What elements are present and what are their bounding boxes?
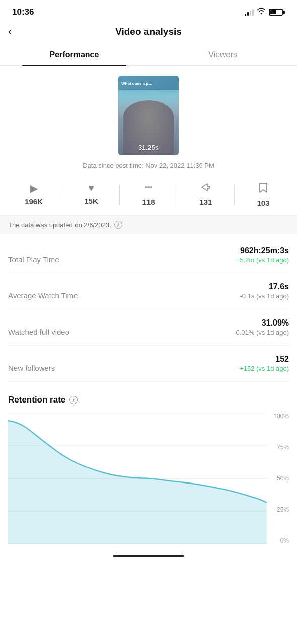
tab-viewers[interactable]: Viewers [148, 44, 297, 65]
tab-performance[interactable]: Performance [0, 44, 148, 65]
metric-label-new-followers: New followers [8, 364, 55, 372]
metric-delta-total-play-time: +5.2m (vs 1d ago) [236, 256, 289, 264]
chart-label-50: 50% [267, 475, 289, 481]
home-indicator [0, 549, 297, 561]
shares-value: 131 [199, 198, 212, 206]
signal-icon [245, 9, 254, 16]
stat-bookmarks: 103 [235, 182, 292, 207]
stat-shares: 131 [177, 182, 235, 207]
metric-value-watched-full: 31.09% [234, 318, 289, 328]
retention-title: Retention rate [8, 395, 65, 405]
tabs: Performance Viewers [0, 44, 297, 66]
status-icons [245, 8, 285, 17]
battery-icon [269, 9, 285, 16]
stats-row: ▶ 196K ♥ 15K 118 131 103 [0, 174, 297, 216]
metric-delta-new-followers: +152 (vs 1d ago) [240, 365, 289, 372]
metrics-section: Total Play Time 962h:25m:3s +5.2m (vs 1d… [0, 234, 297, 385]
home-bar [113, 555, 184, 557]
retention-section: Retention rate i 100% 75% 50% [0, 385, 297, 544]
play-icon: ▶ [30, 182, 38, 194]
svg-point-0 [145, 186, 147, 188]
svg-point-1 [147, 186, 150, 188]
metric-label-total-play-time: Total Play Time [8, 255, 59, 264]
comments-value: 118 [142, 198, 155, 206]
header: ‹ Video analysis [0, 22, 297, 44]
page-title: Video analysis [115, 26, 182, 37]
retention-chart: 100% 75% 50% 25% 0% [8, 413, 289, 544]
likes-value: 15K [84, 197, 98, 205]
chart-svg [8, 413, 267, 544]
stat-plays: ▶ 196K [5, 182, 62, 207]
wifi-icon [257, 8, 266, 17]
data-since-label: Data since post time: Nov 22, 2022 11:36… [83, 162, 214, 169]
stat-comments: 118 [120, 182, 177, 207]
plays-value: 196K [25, 197, 43, 206]
status-bar: 10:36 [0, 0, 297, 22]
update-text: The data was updated on 2/6/2023. [8, 221, 111, 229]
metric-delta-watched-full: -0.01% (vs 1d ago) [234, 329, 289, 336]
metric-value-total-play-time: 962h:25m:3s [236, 246, 289, 255]
info-icon: i [114, 221, 122, 229]
video-duration: 31.25s [118, 144, 179, 151]
chart-label-0: 0% [267, 538, 289, 544]
retention-info-icon: i [69, 396, 78, 404]
metric-total-play-time: Total Play Time 962h:25m:3s +5.2m (vs 1d… [8, 237, 289, 273]
metric-new-followers: New followers 152 +152 (vs 1d ago) [8, 346, 289, 382]
stat-likes: ♥ 15K [62, 182, 120, 207]
metric-average-watch-time: Average Watch Time 17.6s -0.1s (vs 1d ag… [8, 273, 289, 309]
comment-icon [143, 182, 154, 195]
bookmark-icon [259, 182, 268, 196]
back-button[interactable]: ‹ [8, 25, 12, 38]
bookmarks-value: 103 [257, 199, 269, 207]
share-icon [200, 182, 211, 195]
metric-label-avg-watch: Average Watch Time [8, 291, 78, 300]
metric-label-watched-full: Watched full video [8, 328, 69, 336]
chart-label-100: 100% [267, 413, 289, 419]
thumbnail-overlay-text: What does a p... [121, 81, 152, 86]
video-section: What does a p... 31.25s Data since post … [0, 66, 297, 174]
chart-label-75: 75% [267, 444, 289, 450]
update-notice: The data was updated on 2/6/2023. i [0, 216, 297, 234]
chart-label-25: 25% [267, 507, 289, 513]
metric-value-new-followers: 152 [240, 355, 289, 364]
svg-point-2 [150, 186, 152, 188]
heart-icon: ♥ [88, 182, 94, 194]
video-thumbnail[interactable]: What does a p... 31.25s [118, 76, 179, 155]
metric-delta-avg-watch: -0.1s (vs 1d ago) [240, 292, 289, 300]
metric-watched-full: Watched full video 31.09% -0.01% (vs 1d … [8, 309, 289, 346]
metric-value-avg-watch: 17.6s [240, 282, 289, 291]
status-time: 10:36 [12, 7, 34, 17]
